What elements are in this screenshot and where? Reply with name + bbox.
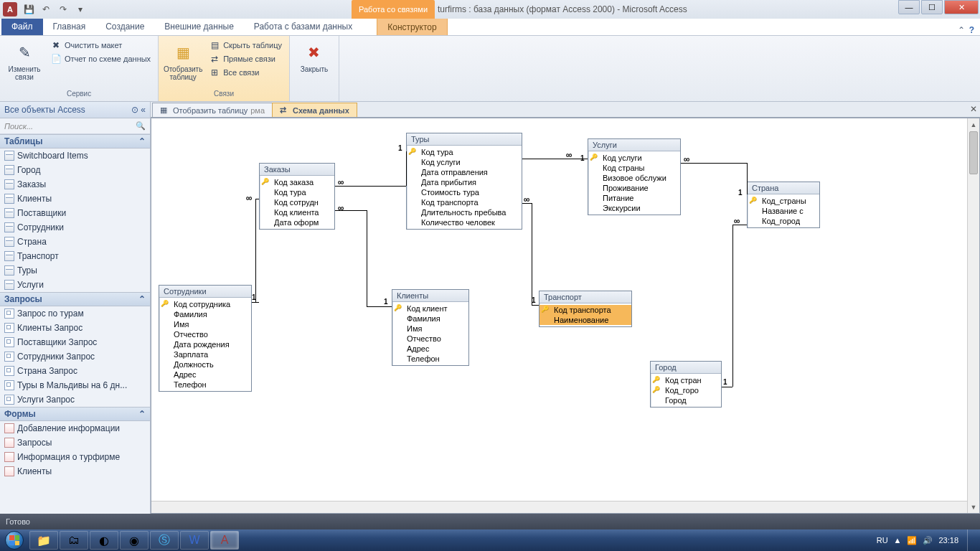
field-item[interactable]: Код_горо — [651, 385, 721, 395]
field-item[interactable]: Код услуги — [588, 153, 680, 163]
nav-item[interactable]: Клиенты — [0, 192, 150, 206]
tray-time[interactable]: 23:18 — [938, 536, 958, 545]
nav-item[interactable]: Сотрудники — [0, 220, 150, 235]
scroll-up-icon[interactable]: ▲ — [968, 118, 979, 131]
field-item[interactable]: Код_город — [748, 216, 819, 226]
field-item[interactable]: Код транспорта — [540, 305, 631, 315]
field-item[interactable]: Имя — [392, 324, 468, 334]
vertical-scrollbar[interactable]: ▲ ▼ — [967, 118, 979, 513]
close-design-button[interactable]: ✖ Закрыть — [294, 39, 334, 75]
taskbar-skype[interactable]: Ⓢ — [150, 531, 179, 550]
field-item[interactable]: Код тура — [260, 187, 334, 197]
field-item[interactable]: Телефон — [159, 380, 251, 390]
table-uslugi-title[interactable]: Услуги — [588, 139, 680, 151]
field-item[interactable]: Код клиент — [392, 303, 468, 314]
table-strana-title[interactable]: Страна — [748, 182, 819, 194]
field-item[interactable]: Наименование — [540, 315, 631, 325]
taskbar-folder[interactable]: 🗂 — [60, 531, 88, 550]
table-zakazy-title[interactable]: Заказы — [260, 164, 334, 176]
relationship-report-button[interactable]: 📄Отчет по схеме данных — [47, 52, 154, 65]
qat-customize-icon[interactable]: ▾ — [73, 2, 88, 17]
field-item[interactable]: Адрес — [159, 369, 251, 380]
nav-item[interactable]: Транспорт — [0, 249, 150, 263]
table-zakazy[interactable]: Заказы Код заказаКод тураКод сотруднКод … — [259, 163, 335, 230]
nav-item[interactable]: Информация о турфирме — [0, 450, 150, 464]
nav-item[interactable]: Город — [0, 163, 150, 177]
table-gorod[interactable]: Город Код странКод_гороГород — [650, 361, 722, 408]
nav-dropdown-icon[interactable]: ⊙ « — [131, 105, 146, 115]
doc-tab-schema[interactable]: ⇄Схема данных — [272, 103, 357, 117]
table-klienty[interactable]: Клиенты Код клиентФамилияИмяОтчествоАдре… — [392, 289, 469, 366]
table-sotrudniki-title[interactable]: Сотрудники — [159, 286, 251, 298]
nav-item[interactable]: Туры — [0, 263, 150, 278]
nav-search[interactable]: Поиск... 🔍 — [0, 118, 150, 134]
tab-design[interactable]: Конструктор — [377, 18, 447, 35]
qat-redo-icon[interactable]: ↷ — [56, 2, 70, 17]
edit-relationships-button[interactable]: ✎ Изменить связи — [4, 39, 44, 83]
nav-item[interactable]: Запрос по турам — [0, 306, 150, 321]
taskbar-explorer[interactable]: 📁 — [29, 531, 58, 550]
nav-item[interactable]: Поставщики Запрос — [0, 335, 150, 349]
field-item[interactable]: Дата оформ — [260, 217, 334, 227]
close-button[interactable]: ✕ — [944, 0, 979, 14]
ribbon-minimize-icon[interactable]: ⌃ — [958, 25, 965, 35]
field-item[interactable]: Код клиента — [260, 207, 334, 217]
taskbar-chrome[interactable]: ◉ — [120, 531, 149, 550]
qat-undo-icon[interactable]: ↶ — [39, 2, 53, 17]
field-item[interactable]: Код транспорта — [407, 197, 522, 207]
start-button[interactable] — [0, 529, 29, 551]
field-item[interactable]: Количество человек — [407, 217, 522, 227]
field-item[interactable]: Название с — [748, 206, 819, 216]
field-item[interactable]: Код сотрудника — [159, 299, 251, 309]
field-item[interactable]: Стоимость тура — [407, 187, 522, 197]
nav-item[interactable]: Запросы — [0, 435, 150, 450]
table-strana[interactable]: Страна Код_страныНазвание сКод_город — [747, 182, 820, 228]
doc-tab-show-table[interactable]: ▦Отобразить таблицурма — [152, 103, 273, 117]
taskbar-access[interactable]: A — [210, 531, 239, 550]
field-item[interactable]: Код стран — [651, 375, 721, 385]
table-tury[interactable]: Туры Код тураКод услугиДата отправленияД… — [406, 133, 522, 230]
tab-database-tools[interactable]: Работа с базами данных — [244, 18, 362, 35]
nav-item[interactable]: Туры в Мальдивы на 6 дн... — [0, 378, 150, 392]
all-relationships-button[interactable]: ⊞Все связи — [206, 66, 285, 79]
nav-item[interactable]: Сотрудники Запрос — [0, 349, 150, 364]
tray-volume-icon[interactable]: 🔊 — [923, 536, 933, 545]
table-uslugi[interactable]: Услуги Код услугиКод страныВизовое обслу… — [588, 138, 681, 215]
field-item[interactable]: Дата рождения — [159, 339, 251, 349]
tray-lang[interactable]: RU — [877, 536, 888, 545]
collapse-icon[interactable]: ⌃ — [138, 294, 146, 304]
help-icon[interactable]: ? — [969, 25, 974, 35]
tray-flag-icon[interactable]: ▲ — [894, 536, 902, 545]
file-tab[interactable]: Файл — [1, 18, 43, 35]
direct-relationships-button[interactable]: ⇄Прямые связи — [206, 52, 285, 65]
field-item[interactable]: Город — [651, 395, 721, 405]
nav-group-forms[interactable]: Формы⌃ — [0, 407, 150, 421]
field-item[interactable]: Экскурсии — [588, 203, 680, 213]
field-item[interactable]: Дата отправления — [407, 167, 522, 177]
nav-item[interactable]: Услуги — [0, 278, 150, 292]
nav-item[interactable]: Поставщики — [0, 206, 150, 220]
field-item[interactable]: Адрес — [392, 344, 468, 354]
field-item[interactable]: Код тура — [407, 147, 522, 157]
field-item[interactable]: Дата прибытия — [407, 177, 522, 187]
field-item[interactable]: Код сотрудн — [260, 197, 334, 207]
collapse-icon[interactable]: ⌃ — [138, 409, 146, 419]
maximize-button[interactable]: ☐ — [921, 0, 943, 14]
table-gorod-title[interactable]: Город — [651, 362, 721, 374]
field-item[interactable]: Имя — [159, 319, 251, 329]
field-item[interactable]: Код страны — [588, 163, 680, 173]
table-transport[interactable]: Транспорт Код транспортаНаименование — [539, 291, 632, 327]
nav-item[interactable]: Клиенты Запрос — [0, 321, 150, 335]
table-tury-title[interactable]: Туры — [407, 133, 522, 146]
show-desktop-button[interactable] — [967, 529, 974, 551]
scroll-thumb[interactable] — [969, 131, 978, 174]
nav-group-tables[interactable]: Таблицы⌃ — [0, 134, 150, 149]
field-item[interactable]: Визовое обслужи — [588, 173, 680, 183]
show-table-button[interactable]: ▦ Отобразить таблицу — [163, 39, 203, 83]
nav-item[interactable]: Заказы — [0, 177, 150, 192]
nav-item[interactable]: Страна Запрос — [0, 364, 150, 378]
nav-header[interactable]: Все объекты Access ⊙ « — [0, 102, 150, 118]
clear-layout-button[interactable]: ✖Очистить макет — [47, 39, 154, 52]
field-item[interactable]: Питание — [588, 193, 680, 203]
minimize-button[interactable]: — — [898, 0, 920, 14]
